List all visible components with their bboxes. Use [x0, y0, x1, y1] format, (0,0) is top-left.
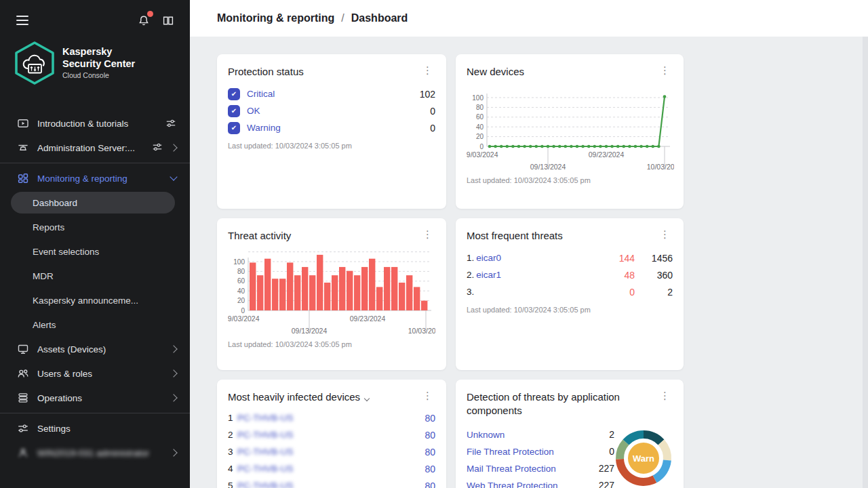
sidebar-top-bar [0, 0, 190, 41]
sidebar-item-reports[interactable]: Reports [0, 215, 190, 239]
svg-text:100: 100 [233, 258, 245, 266]
device-threat-count[interactable]: 80 [425, 464, 435, 474]
component-link[interactable]: File Threat Protection [467, 447, 554, 457]
title-dropdown-chevron-icon[interactable] [364, 396, 370, 401]
svg-text:40: 40 [237, 287, 245, 295]
svg-text:10/03/2024: 10/03/2024 [647, 163, 674, 171]
sidebar-item-settings[interactable]: Settings [0, 416, 190, 441]
chevron-right-icon [170, 449, 177, 456]
threat-name-link[interactable]: eicar0 [476, 253, 501, 263]
device-threat-count[interactable]: 80 [425, 447, 435, 458]
sidebar-item-dashboard[interactable]: Dashboard [11, 192, 175, 214]
component-link[interactable]: Web Threat Protection [467, 481, 558, 488]
card-new-devices: New devices ⋮ 02040608010009/03/202409/1… [456, 54, 684, 209]
threat-name-link[interactable]: eicar1 [476, 270, 501, 280]
sidebar-item-event-selections[interactable]: Event selections [0, 239, 190, 264]
component-count: 0 [609, 446, 614, 457]
sidebar-item-announcements[interactable]: Kaspersky announceme... [0, 288, 190, 312]
protection-value-warning: 0 [430, 123, 435, 134]
component-link[interactable]: Unknown [467, 430, 505, 440]
sidebar-divider [0, 163, 190, 163]
svg-text:0: 0 [479, 143, 484, 150]
user-account-icon [17, 447, 29, 459]
svg-text:Warn: Warn [633, 453, 654, 463]
protection-link-warning[interactable]: Warning [247, 123, 281, 133]
card-title: Threat activity [228, 229, 291, 243]
device-name-blurred[interactable]: PC-THVB-US [237, 447, 294, 457]
checkbox-ok[interactable]: ✔ [228, 105, 240, 117]
chevron-right-icon [170, 345, 177, 352]
sidebar-item-monitoring[interactable]: Monitoring & reporting [0, 166, 190, 190]
documentation-book-icon[interactable] [161, 14, 175, 27]
sidebar-nav: Introduction & tutorials Administration … [0, 111, 190, 465]
layers-stack-icon [17, 392, 29, 404]
infected-device-row: 2 PC-THVB-US 80 [228, 426, 435, 443]
sidebar-item-label: Monitoring & reporting [37, 174, 127, 184]
sidebar-item-alerts[interactable]: Alerts [0, 312, 190, 337]
kebab-menu-icon[interactable]: ⋮ [420, 229, 435, 240]
svg-text:80: 80 [476, 104, 484, 111]
sidebar-item-label: Introduction & tutorials [37, 119, 128, 129]
sidebar-item-introduction[interactable]: Introduction & tutorials [0, 111, 190, 136]
kebab-menu-icon[interactable]: ⋮ [657, 229, 673, 240]
card-title: Most heavily infected devices [228, 390, 369, 404]
administration-server-icon [17, 142, 29, 154]
device-threat-count[interactable]: 80 [425, 481, 435, 488]
menu-hamburger-icon[interactable] [15, 14, 30, 26]
detection-row: File Threat Protection 0 [467, 443, 614, 460]
threat-total-count: 1456 [635, 253, 673, 264]
sidebar-item-account[interactable]: WIN2019-031 administrator [0, 441, 190, 465]
threat-active-count: 144 [604, 253, 635, 264]
protection-row-ok: ✔ OK 0 [228, 102, 435, 119]
device-name-blurred[interactable]: PC-THVB-US [237, 481, 294, 488]
kebab-menu-icon[interactable]: ⋮ [657, 390, 673, 401]
device-threat-count[interactable]: 80 [425, 413, 435, 424]
sidebar-item-administration-server[interactable]: Administration Server:... [0, 136, 190, 160]
configure-sliders-icon[interactable] [165, 118, 176, 129]
device-name-blurred[interactable]: PC-THVB-US [237, 413, 294, 423]
protection-link-ok[interactable]: OK [247, 106, 260, 116]
svg-text:0: 0 [241, 307, 245, 314]
threat-activity-bar-chart: 02040608010009/03/202409/13/202409/23/20… [228, 245, 435, 339]
svg-text:09/13/2024: 09/13/2024 [530, 163, 566, 171]
last-updated-text: Last updated: 10/03/2024 3:05:05 pm [228, 142, 435, 150]
protection-link-critical[interactable]: Critical [247, 89, 275, 99]
threat-total-count: 2 [635, 287, 673, 298]
checkbox-warning[interactable]: ✔ [228, 122, 240, 134]
new-devices-line-chart: 02040608010009/03/202409/13/202409/23/20… [467, 81, 674, 175]
card-title: Protection status [228, 65, 304, 79]
sidebar-item-operations[interactable]: Operations [0, 386, 190, 410]
breadcrumb-parent[interactable]: Monitoring & reporting [217, 12, 334, 24]
configure-sliders-icon[interactable] [152, 142, 163, 155]
kebab-menu-icon[interactable]: ⋮ [420, 65, 435, 76]
infected-device-row: 5 PC-THVB-US 80 [228, 477, 435, 488]
app-logo: Kaspersky Security Center Cloud Console [0, 41, 190, 85]
chevron-right-icon [170, 394, 177, 401]
vertical-scrollbar[interactable] [863, 37, 868, 488]
infected-device-row: 3 PC-THVB-US 80 [228, 443, 435, 460]
protection-row-critical: ✔ Critical 102 [228, 85, 435, 102]
notifications-bell-icon[interactable] [137, 14, 151, 27]
sidebar-item-users-roles[interactable]: Users & roles [0, 361, 190, 386]
component-count: 227 [599, 463, 614, 474]
detection-row: Web Threat Protection 227 [467, 477, 614, 488]
sidebar-item-mdr[interactable]: MDR [0, 264, 190, 288]
device-name-blurred[interactable]: PC-THVB-US [237, 464, 294, 474]
checkbox-critical[interactable]: ✔ [228, 88, 240, 100]
card-most-frequent-threats: Most frequent threats ⋮ 1. eicar0 144 14… [456, 218, 684, 370]
infected-device-row: 4 PC-THVB-US 80 [228, 460, 435, 477]
svg-text:09/23/2024: 09/23/2024 [589, 150, 625, 159]
svg-text:10/03/2024: 10/03/2024 [408, 327, 435, 335]
device-threat-count[interactable]: 80 [425, 430, 435, 441]
chevron-right-icon [170, 144, 177, 151]
monitor-icon [17, 343, 29, 355]
card-detection-components: Detection of threats by application comp… [456, 380, 684, 488]
infected-device-row: 1 PC-THVB-US 80 [228, 409, 435, 426]
component-link[interactable]: Mail Threat Protection [467, 464, 556, 474]
notification-dot [147, 11, 153, 17]
kebab-menu-icon[interactable]: ⋮ [657, 65, 673, 76]
breadcrumb-current: Dashboard [351, 12, 408, 24]
sidebar-item-assets[interactable]: Assets (Devices) [0, 337, 190, 361]
device-name-blurred[interactable]: PC-THVB-US [237, 430, 294, 440]
kebab-menu-icon[interactable]: ⋮ [420, 390, 435, 401]
